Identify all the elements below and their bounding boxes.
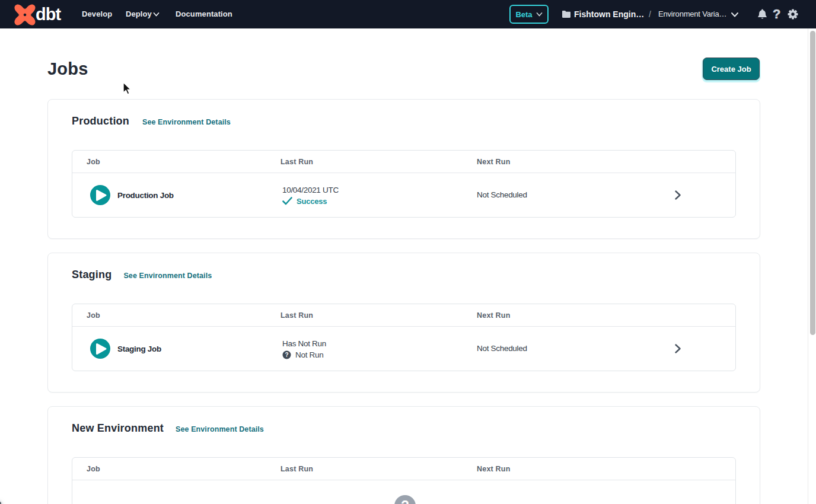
svg-text:?: ? bbox=[285, 352, 288, 358]
